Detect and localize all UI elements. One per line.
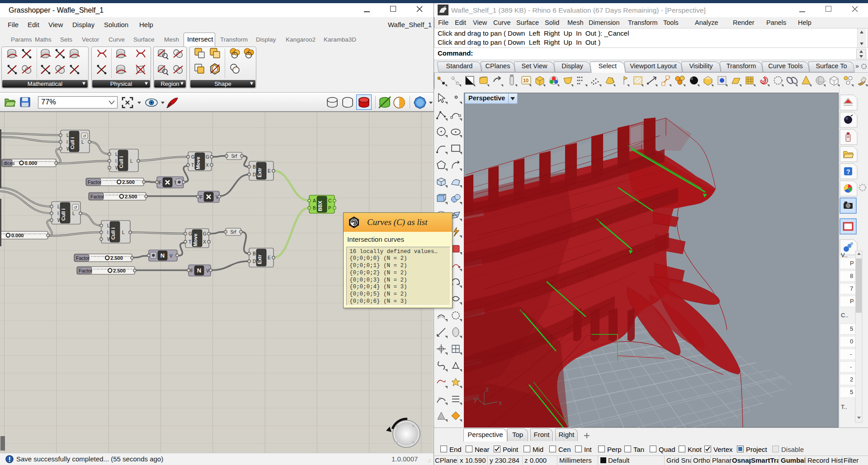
svg-text:Extr: Extr: [257, 254, 262, 264]
svg-text:E: E: [268, 169, 271, 174]
svg-text:0.000: 0.000: [25, 160, 38, 166]
svg-text:G: G: [203, 231, 207, 236]
svg-text:V: V: [206, 268, 209, 273]
svg-text:I: I: [57, 211, 59, 216]
svg-text:V..: V..: [841, 252, 848, 258]
svg-text:T..: T..: [841, 404, 847, 410]
svg-text:L: L: [107, 223, 110, 228]
svg-text:Extr: Extr: [257, 167, 262, 177]
svg-text:W: W: [107, 237, 112, 242]
svg-text:X: X: [203, 240, 206, 244]
svg-text:0.000: 0.000: [11, 233, 24, 238]
svg-text:P: P: [850, 298, 854, 305]
svg-text:2.500: 2.500: [125, 194, 137, 199]
svg-text:B: B: [253, 251, 256, 256]
svg-text:2.500: 2.500: [113, 268, 126, 273]
svg-text:Srf: Srf: [231, 154, 237, 159]
svg-text:2.500: 2.500: [122, 179, 135, 185]
svg-text:Factor: Factor: [79, 268, 92, 273]
svg-text:C..: C..: [841, 312, 849, 319]
svg-text:Factor: Factor: [90, 194, 104, 199]
svg-text:I: I: [107, 230, 108, 235]
svg-text:?: ?: [846, 168, 850, 175]
svg-text:L: L: [81, 140, 84, 145]
svg-text:↺: ↺: [74, 205, 77, 210]
svg-text:z: z: [486, 385, 489, 393]
svg-text:E: E: [268, 255, 271, 260]
svg-text:8: 8: [850, 272, 853, 279]
svg-text:Move: Move: [193, 234, 198, 246]
svg-text:G: G: [191, 155, 195, 160]
svg-text:L: L: [130, 159, 133, 164]
svg-text:L: L: [57, 204, 60, 209]
svg-text:BBX: BBX: [317, 201, 323, 211]
svg-text:x: x: [499, 399, 502, 406]
svg-text:↺: ↺: [83, 134, 86, 138]
svg-text:L: L: [122, 230, 125, 235]
svg-text:A: A: [313, 198, 316, 203]
svg-text:Srf: Srf: [231, 230, 236, 235]
svg-text:D: D: [253, 259, 256, 264]
svg-text:W: W: [66, 146, 71, 151]
svg-text:C: C: [328, 198, 331, 203]
svg-text:Factor: Factor: [76, 255, 90, 261]
svg-text:7: 7: [850, 285, 853, 292]
svg-text:N: N: [160, 252, 165, 259]
svg-text:2: 2: [850, 376, 853, 383]
svg-text:B: B: [313, 206, 316, 211]
svg-text:F: F: [200, 195, 203, 200]
svg-text:-: -: [850, 363, 852, 370]
svg-text:T: T: [191, 163, 194, 168]
svg-text:Move: Move: [195, 157, 201, 169]
svg-text:5: 5: [850, 389, 853, 395]
svg-text:F: F: [190, 268, 193, 273]
svg-text:6: 6: [444, 5, 446, 10]
svg-text:W: W: [115, 165, 120, 170]
svg-text:10: 10: [523, 78, 528, 83]
svg-text:D: D: [253, 172, 256, 177]
svg-text:G: G: [206, 155, 209, 160]
svg-text:F: F: [159, 180, 161, 185]
svg-text:✱: ✱: [151, 253, 156, 258]
svg-text:L: L: [72, 211, 75, 216]
svg-text:L: L: [66, 133, 69, 138]
svg-text:V: V: [170, 254, 173, 258]
svg-text:X: X: [206, 163, 209, 168]
svg-text:P: P: [328, 206, 331, 211]
svg-text:L: L: [115, 152, 118, 157]
svg-text:-: -: [850, 351, 852, 357]
svg-text:B: B: [253, 164, 256, 169]
svg-text:2.500: 2.500: [110, 255, 123, 261]
svg-text:N: N: [197, 267, 201, 274]
svg-text:G: G: [189, 231, 192, 236]
svg-text:dices: dices: [4, 160, 15, 166]
svg-text:T: T: [189, 240, 191, 244]
svg-text:P: P: [850, 260, 854, 267]
svg-text:5: 5: [850, 325, 853, 332]
svg-text:W: W: [57, 218, 62, 223]
svg-text:y: y: [474, 395, 477, 403]
svg-text:✱: ✱: [177, 179, 181, 185]
svg-text:0: 0: [850, 338, 853, 345]
svg-text:Factor: Factor: [88, 179, 101, 185]
svg-text:I: I: [115, 159, 117, 164]
svg-text:I: I: [66, 140, 68, 145]
